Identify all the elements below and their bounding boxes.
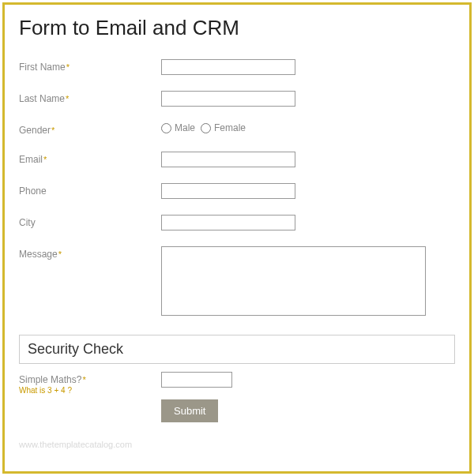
required-mark: * — [58, 249, 62, 259]
maths-input[interactable] — [161, 372, 232, 388]
submit-spacer — [19, 399, 161, 422]
phone-input[interactable] — [161, 183, 295, 199]
gender-female-radio[interactable] — [201, 123, 211, 133]
label-text-message: Message — [19, 249, 58, 260]
gender-male-radio[interactable] — [161, 123, 171, 133]
label-text-gender: Gender — [19, 125, 51, 136]
required-mark: * — [82, 375, 85, 384]
maths-hint: What is 3 + 4 ? — [19, 386, 161, 395]
row-first-name: First Name* — [19, 59, 455, 75]
input-col-message — [161, 246, 455, 319]
input-col-last-name — [161, 91, 455, 107]
required-mark: * — [66, 62, 70, 72]
label-text-city: City — [19, 217, 36, 228]
label-gender: Gender* — [19, 122, 161, 136]
first-name-input[interactable] — [161, 59, 295, 75]
label-text-first-name: First Name — [19, 62, 66, 73]
input-col-city — [161, 215, 455, 231]
row-message: Message* — [19, 246, 455, 319]
label-text-phone: Phone — [19, 186, 47, 197]
submit-row: Submit — [19, 399, 455, 422]
email-input[interactable] — [161, 152, 295, 167]
gender-male-label: Male — [175, 122, 195, 133]
row-city: City — [19, 215, 455, 231]
label-email: Email* — [19, 152, 161, 165]
city-input[interactable] — [161, 215, 295, 231]
input-col-first-name — [161, 59, 455, 75]
row-phone: Phone — [19, 183, 455, 199]
input-col-maths — [161, 372, 455, 388]
row-last-name: Last Name* — [19, 91, 455, 107]
input-col-phone — [161, 183, 455, 199]
row-email: Email* — [19, 152, 455, 167]
label-city: City — [19, 215, 161, 228]
last-name-input[interactable] — [161, 91, 295, 107]
gender-female-label: Female — [214, 122, 246, 133]
form-container: Form to Email and CRM First Name* Last N… — [2, 2, 472, 474]
row-gender: Gender* Male Female — [19, 122, 455, 136]
label-maths: Simple Maths?* What is 3 + 4 ? — [19, 372, 161, 395]
required-mark: * — [51, 126, 55, 135]
label-message: Message* — [19, 246, 161, 260]
gender-radio-group: Male Female — [161, 122, 455, 133]
message-textarea[interactable] — [161, 246, 426, 316]
required-mark: * — [43, 155, 47, 164]
input-col-gender: Male Female — [161, 122, 455, 133]
required-mark: * — [66, 94, 69, 103]
label-phone: Phone — [19, 183, 161, 197]
page-title: Form to Email and CRM — [19, 16, 455, 40]
label-first-name: First Name* — [19, 59, 161, 73]
label-text-email: Email — [19, 154, 43, 165]
input-col-email — [161, 152, 455, 167]
submit-button[interactable]: Submit — [161, 399, 218, 422]
security-check-header: Security Check — [19, 335, 455, 364]
label-text-maths: Simple Maths? — [19, 374, 81, 385]
row-maths: Simple Maths?* What is 3 + 4 ? — [19, 372, 455, 395]
watermark: www.thetemplatecatalog.com — [19, 440, 132, 449]
label-text-last-name: Last Name — [19, 93, 65, 104]
label-last-name: Last Name* — [19, 91, 161, 104]
